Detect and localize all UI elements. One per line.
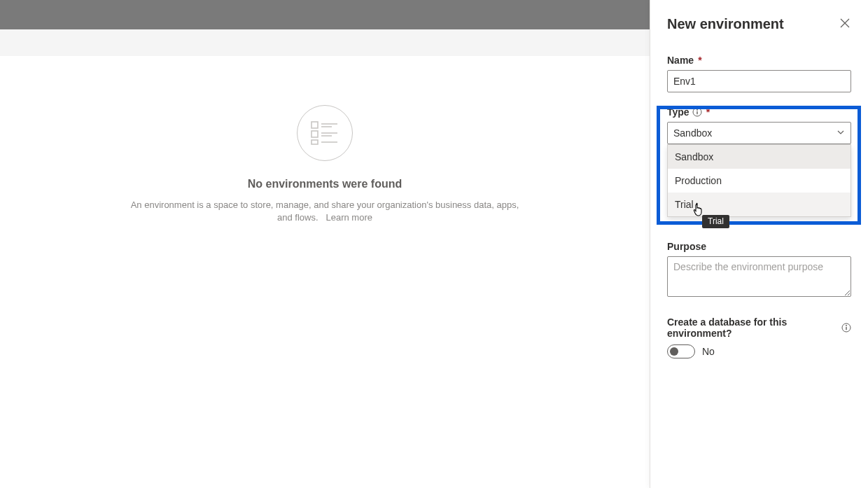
panel-title: New environment [667, 16, 784, 32]
type-option-production[interactable]: Production [668, 169, 850, 193]
type-label: Type * [667, 106, 851, 118]
type-field: Type * Sandbox Sandbox Production Trial [667, 106, 851, 144]
type-dropdown[interactable]: Sandbox Sandbox Production Trial [667, 122, 851, 144]
new-environment-panel: New environment Name * Type * Sandbox [650, 0, 868, 488]
purpose-label: Purpose [667, 241, 851, 252]
create-database-field: Create a database for this environment? … [667, 316, 851, 358]
create-database-toggle-row: No [667, 344, 851, 358]
create-database-label-text: Create a database for this environment? [667, 316, 839, 339]
required-marker: * [698, 55, 701, 66]
purpose-field: Purpose [667, 241, 851, 300]
create-database-toggle[interactable] [667, 344, 695, 358]
type-option-label: Trial [675, 199, 694, 210]
name-field: Name * [667, 55, 851, 92]
toggle-knob [670, 347, 678, 356]
empty-state: No environments were found An environmen… [0, 56, 650, 223]
panel-header: New environment [667, 10, 851, 38]
empty-state-icon [297, 105, 353, 161]
name-input[interactable] [667, 70, 851, 92]
svg-rect-1 [312, 131, 318, 137]
svg-rect-9 [696, 111, 697, 114]
type-dropdown-list: Sandbox Production Trial [667, 144, 851, 217]
name-label: Name * [667, 55, 851, 66]
required-marker: * [706, 106, 710, 118]
empty-state-title: No environments were found [248, 178, 402, 190]
create-database-label: Create a database for this environment? [667, 316, 851, 339]
type-option-label: Sandbox [675, 151, 713, 162]
info-icon[interactable] [692, 107, 702, 117]
type-option-label: Production [675, 175, 722, 186]
close-icon[interactable] [840, 18, 851, 29]
chevron-down-icon [836, 127, 845, 139]
svg-point-10 [696, 109, 698, 111]
type-option-sandbox[interactable]: Sandbox [668, 145, 850, 169]
create-database-value: No [702, 346, 715, 357]
empty-state-description-text: An environment is a space to store, mana… [131, 200, 519, 223]
learn-more-link[interactable]: Learn more [326, 212, 372, 223]
svg-rect-0 [312, 122, 318, 128]
svg-point-13 [846, 325, 847, 326]
info-icon[interactable] [841, 323, 851, 333]
name-label-text: Name [667, 55, 694, 66]
svg-rect-12 [846, 327, 846, 330]
empty-state-description: An environment is a space to store, mana… [129, 199, 521, 223]
svg-rect-2 [312, 140, 318, 144]
purpose-textarea[interactable] [667, 256, 851, 297]
type-option-trial[interactable]: Trial [668, 193, 850, 216]
purpose-label-text: Purpose [667, 241, 706, 252]
type-dropdown-value: Sandbox [673, 127, 712, 139]
type-label-text: Type [667, 106, 690, 118]
